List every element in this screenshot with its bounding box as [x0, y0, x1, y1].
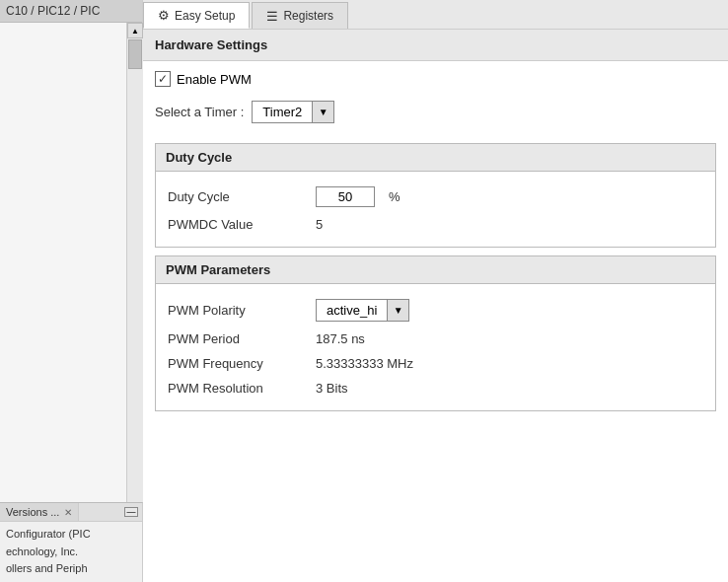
versions-line3: ollers and Periph: [6, 560, 136, 578]
content-area: Hardware Settings ✓ Enable PWM Select a …: [143, 30, 728, 582]
versions-line1: Configurator (PIC: [6, 526, 136, 544]
timer-dropdown-arrow[interactable]: ▼: [312, 102, 333, 122]
sidebar-title: C10 / PIC12 / PIC: [0, 0, 142, 23]
pwmdc-row: PWMDC Value 5: [168, 212, 703, 237]
polarity-dropdown-arrow[interactable]: ▼: [387, 300, 408, 321]
polarity-dropdown-value: active_hi: [317, 300, 387, 321]
pwm-period-row: PWM Period 187.5 ns: [168, 327, 703, 351]
enable-pwm-label[interactable]: ✓ Enable PWM: [155, 71, 252, 87]
tab-easy-setup[interactable]: ⚙ Easy Setup: [143, 2, 250, 29]
pwm-parameters-header: PWM Parameters: [156, 256, 715, 284]
tab-registers-label: Registers: [283, 9, 333, 23]
pwm-frequency-value: 5.33333333 MHz: [316, 356, 413, 371]
duty-cycle-content: Duty Cycle % PWMDC Value 5: [156, 172, 715, 247]
pwm-polarity-label: PWM Polarity: [168, 303, 306, 318]
versions-tab-bar: Versions ... ✕ —: [0, 503, 142, 522]
pwm-period-label: PWM Period: [168, 331, 306, 346]
versions-content: Configurator (PIC echnology, Inc. ollers…: [0, 522, 142, 582]
sidebar-content: ▲ ▼: [0, 23, 142, 553]
enable-pwm-row: ✓ Enable PWM: [143, 61, 728, 97]
duty-cycle-label: Duty Cycle: [168, 189, 306, 204]
timer-dropdown[interactable]: Timer2 ▼: [252, 101, 334, 123]
tab-registers[interactable]: ☰ Registers: [252, 2, 348, 29]
duty-cycle-unit: %: [389, 189, 400, 204]
pwm-polarity-row: PWM Polarity active_hi ▼: [168, 294, 703, 327]
scroll-up-button[interactable]: ▲: [127, 23, 143, 38]
scroll-thumb[interactable]: [128, 39, 142, 69]
duty-cycle-panel: Duty Cycle Duty Cycle % PWMDC Value 5: [155, 143, 716, 248]
polarity-dropdown[interactable]: active_hi ▼: [316, 299, 409, 322]
select-timer-label: Select a Timer :: [155, 105, 244, 119]
gear-icon: ⚙: [158, 8, 170, 23]
hardware-settings-header: Hardware Settings: [143, 30, 728, 61]
duty-cycle-input[interactable]: [316, 186, 375, 207]
versions-line2: echnology, Inc.: [6, 544, 136, 561]
versions-close-icon[interactable]: ✕: [64, 507, 72, 518]
pwm-resolution-value: 3 Bits: [316, 381, 348, 396]
pwmdc-label: PWMDC Value: [168, 217, 306, 232]
enable-pwm-text: Enable PWM: [177, 72, 252, 87]
registers-icon: ☰: [266, 9, 278, 24]
duty-cycle-row: Duty Cycle %: [168, 182, 703, 212]
pwm-parameters-panel: PWM Parameters PWM Polarity active_hi ▼ …: [155, 255, 716, 411]
pwm-resolution-label: PWM Resolution: [168, 381, 306, 396]
tab-easy-setup-label: Easy Setup: [175, 9, 235, 23]
versions-tab-label: Versions ...: [6, 506, 59, 518]
pwm-frequency-label: PWM Frequency: [168, 356, 306, 371]
versions-tab[interactable]: Versions ... ✕: [0, 503, 79, 521]
main-panel: ⚙ Easy Setup ☰ Registers Hardware Settin…: [143, 0, 728, 582]
pwm-frequency-row: PWM Frequency 5.33333333 MHz: [168, 351, 703, 376]
select-timer-row: Select a Timer : Timer2 ▼: [143, 97, 728, 135]
pwm-resolution-row: PWM Resolution 3 Bits: [168, 376, 703, 400]
pwm-parameters-content: PWM Polarity active_hi ▼ PWM Period 187.…: [156, 284, 715, 410]
pwm-period-value: 187.5 ns: [316, 331, 365, 346]
pwmdc-value: 5: [316, 217, 323, 232]
timer-dropdown-value: Timer2: [253, 102, 312, 122]
versions-panel: Versions ... ✕ — Configurator (PIC echno…: [0, 502, 143, 582]
enable-pwm-checkbox[interactable]: ✓: [155, 71, 171, 87]
versions-minimize-button[interactable]: —: [124, 507, 138, 517]
scroll-track: [127, 38, 143, 538]
tab-bar: ⚙ Easy Setup ☰ Registers: [143, 0, 728, 30]
sidebar-scrollbar: ▲ ▼: [126, 23, 142, 553]
duty-cycle-header: Duty Cycle: [156, 144, 715, 172]
sidebar: C10 / PIC12 / PIC ▲ ▼ ⊘ ▼ Versions ... ✕: [0, 0, 143, 582]
